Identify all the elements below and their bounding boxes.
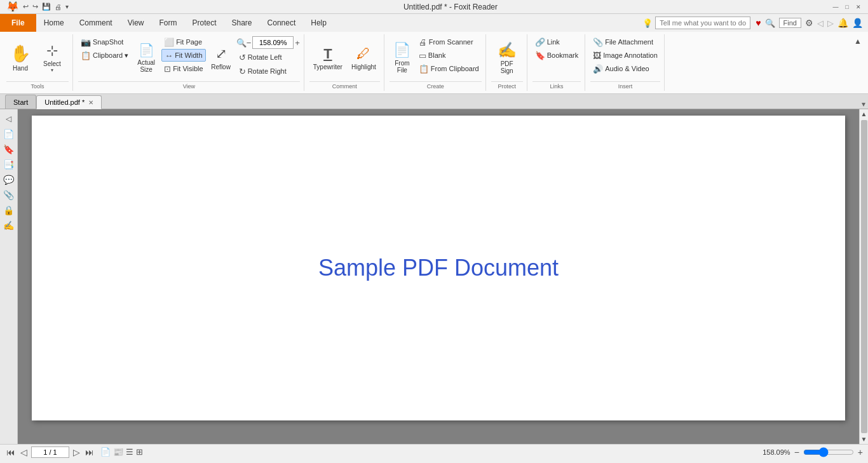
- last-page-btn[interactable]: ⏭: [84, 447, 95, 457]
- scroll-down-btn[interactable]: ▼: [860, 434, 868, 444]
- continuous-btn[interactable]: ☰: [126, 447, 133, 457]
- zoom-out-icon[interactable]: 🔍−: [236, 38, 252, 48]
- bookmark-label: Bookmark: [547, 51, 579, 59]
- menu-comment[interactable]: Comment: [72, 14, 120, 32]
- bookmark-icon: 🔖: [535, 51, 545, 60]
- view-label: View: [78, 81, 300, 90]
- menu-connect[interactable]: Connect: [260, 14, 304, 32]
- menu-share[interactable]: Share: [224, 14, 260, 32]
- tab-close-btn[interactable]: ✕: [88, 99, 93, 106]
- audio-video-label: Audio & Video: [605, 65, 649, 72]
- status-bar: ⏮ ◁ ▷ ⏭ 📄 📰 ☰ ⊞ 158.09% − +: [0, 444, 868, 459]
- redo-btn[interactable]: ↪: [31, 3, 39, 11]
- typewriter-btn[interactable]: T Typewriter: [309, 36, 346, 80]
- zoom-out-btn[interactable]: −: [794, 447, 799, 457]
- fit-visible-btn[interactable]: ⊡ Fit Visible: [161, 62, 205, 75]
- fit-width-btn[interactable]: ↔ Fit Width: [161, 49, 205, 62]
- pdf-sample-text: Sample PDF Document: [318, 255, 559, 281]
- clipboard-btn[interactable]: 📋 Clipboard ▾: [78, 49, 131, 62]
- link-btn[interactable]: 🔗 Link: [532, 36, 581, 48]
- maximize-btn[interactable]: □: [843, 3, 851, 11]
- menu-help[interactable]: Help: [303, 14, 334, 32]
- rotate-left-btn[interactable]: ↺ Rotate Left: [236, 51, 300, 64]
- tab-scroll-right[interactable]: ▾: [859, 100, 868, 109]
- right-scrollbar[interactable]: ▲ ▼: [859, 109, 868, 444]
- save-btn[interactable]: 💾: [41, 3, 52, 11]
- title-bar: 🦊 ↩ ↪ 💾 🖨 ▾ Untitled.pdf * - Foxit Reade…: [0, 0, 868, 14]
- menu-home[interactable]: Home: [36, 14, 72, 32]
- bookmark-btn[interactable]: 🔖 Bookmark: [532, 49, 581, 62]
- sidebar-layers-btn[interactable]: 📑: [2, 158, 16, 171]
- from-file-btn[interactable]: 📄 FromFile: [390, 36, 415, 80]
- minimize-btn[interactable]: —: [831, 3, 840, 11]
- user-icon[interactable]: 👤: [852, 18, 863, 28]
- rotate-left-label: Rotate Left: [248, 53, 282, 61]
- reflow-btn[interactable]: ⤢ Reflow: [207, 36, 235, 80]
- insert-label: Insert: [590, 81, 660, 90]
- page-input[interactable]: [31, 446, 69, 458]
- settings-icon[interactable]: ⚙: [805, 18, 813, 28]
- sidebar-attachments-btn[interactable]: 📎: [2, 188, 16, 202]
- snapshot-btn[interactable]: 📷 SnapShot: [78, 36, 131, 48]
- menu-protect[interactable]: Protect: [185, 14, 224, 32]
- pdf-viewport[interactable]: Sample PDF Document: [18, 109, 859, 444]
- hand-tool-btn[interactable]: ✋ Hand: [6, 36, 34, 80]
- tab-untitled[interactable]: Untitled.pdf * ✕: [36, 95, 102, 109]
- sidebar-bookmark-btn[interactable]: 🔖: [2, 142, 16, 156]
- facing-continuous-btn[interactable]: ⊞: [136, 447, 143, 457]
- from-scanner-btn[interactable]: 🖨 From Scanner: [416, 36, 482, 48]
- back-icon[interactable]: ◁: [817, 18, 824, 28]
- sidebar-sign-btn[interactable]: ✍: [2, 218, 16, 232]
- sidebar-toggle-btn[interactable]: ◁: [2, 112, 16, 126]
- rotate-right-btn[interactable]: ↻ Rotate Right: [236, 65, 300, 77]
- next-page-btn[interactable]: ▷: [72, 447, 81, 457]
- print-btn[interactable]: 🖨: [53, 3, 63, 11]
- file-attachment-btn[interactable]: 📎 File Attachment: [590, 36, 660, 48]
- actual-size-label: ActualSize: [137, 59, 155, 73]
- audio-video-btn[interactable]: 🔊 Audio & Video: [590, 62, 660, 75]
- sidebar-comments-btn[interactable]: 💬: [2, 173, 16, 187]
- scroll-thumb[interactable]: [861, 120, 867, 433]
- menu-form[interactable]: Form: [152, 14, 185, 32]
- from-clipboard-icon: 📋: [419, 64, 429, 74]
- blank-icon: ▭: [419, 51, 426, 60]
- sidebar-security-btn[interactable]: 🔒: [2, 203, 16, 217]
- file-menu[interactable]: File: [0, 14, 36, 32]
- search-input[interactable]: [655, 17, 750, 29]
- hand-label: Hand: [13, 65, 28, 72]
- reflow-label: Reflow: [211, 64, 231, 70]
- quick-access-btn[interactable]: ▾: [64, 3, 70, 10]
- zoom-input[interactable]: [252, 36, 294, 49]
- highlight-btn[interactable]: 🖊 Highlight: [348, 36, 380, 80]
- from-clipboard-btn[interactable]: 📋 From Clipboard: [416, 62, 482, 75]
- zoom-in-btn[interactable]: +: [858, 447, 863, 457]
- fit-page-btn[interactable]: ⬜ Fit Page: [161, 36, 205, 48]
- zoom-in-icon[interactable]: +: [295, 38, 300, 48]
- pdf-sign-btn[interactable]: ✍ PDFSign: [491, 36, 523, 80]
- actual-size-btn[interactable]: 📄 ActualSize: [132, 36, 160, 80]
- facing-page-btn[interactable]: 📰: [113, 447, 123, 457]
- connected-icon[interactable]: 🔍: [765, 18, 775, 28]
- single-page-btn[interactable]: 📄: [100, 447, 111, 457]
- zoom-slider[interactable]: [803, 448, 854, 457]
- image-annotation-btn[interactable]: 🖼 Image Annotation: [590, 49, 660, 62]
- first-page-btn[interactable]: ⏮: [5, 447, 17, 457]
- tab-start[interactable]: Start: [5, 95, 36, 109]
- tab-untitled-label: Untitled.pdf *: [44, 98, 85, 106]
- ribbon-collapse-btn[interactable]: ▲: [850, 36, 865, 47]
- select-tool-btn[interactable]: ⊹ Select ▾: [36, 36, 69, 80]
- blank-btn[interactable]: ▭ Blank: [416, 49, 482, 62]
- from-clipboard-label: From Clipboard: [431, 65, 479, 72]
- undo-btn[interactable]: ↩: [22, 3, 30, 11]
- app-icon: 🦊: [5, 1, 20, 13]
- close-btn[interactable]: ✕: [854, 3, 863, 11]
- prev-page-btn[interactable]: ◁: [19, 447, 29, 457]
- menu-view[interactable]: View: [120, 14, 152, 32]
- fit-width-label: Fit Width: [175, 51, 202, 59]
- scroll-up-btn[interactable]: ▲: [860, 109, 868, 119]
- reflow-icon: ⤢: [215, 46, 227, 62]
- sidebar-thumbnail-btn[interactable]: 📄: [2, 127, 16, 141]
- forward-icon[interactable]: ▷: [827, 18, 834, 28]
- notification-icon[interactable]: 🔔: [837, 18, 848, 28]
- favorite-icon[interactable]: ♥: [756, 18, 761, 28]
